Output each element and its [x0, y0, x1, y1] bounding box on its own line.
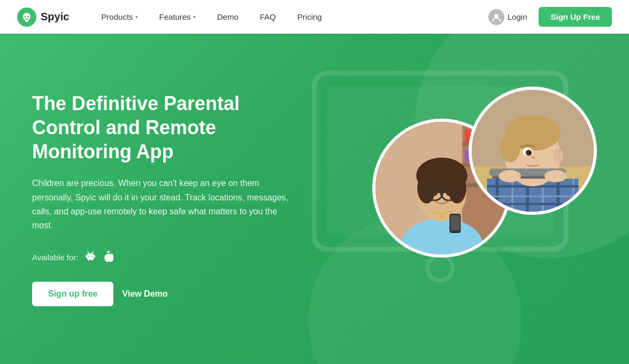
svg-line-9	[88, 252, 89, 253]
nav-features[interactable]: Features ▾	[149, 0, 206, 34]
svg-rect-14	[91, 259, 93, 261]
svg-point-39	[432, 189, 438, 196]
svg-point-7	[88, 256, 89, 257]
available-for: Available for:	[32, 250, 289, 265]
svg-point-32	[417, 173, 435, 203]
nav-links: Products ▾ Features ▾ Demo FAQ Pricing	[90, 0, 480, 34]
hero-signup-button[interactable]: Sign up free	[32, 282, 113, 306]
svg-point-1	[25, 16, 26, 17]
svg-point-43	[440, 215, 443, 219]
brand-name: Spyic	[41, 11, 69, 23]
nav-products[interactable]: Products ▾	[90, 0, 148, 34]
hero-title: The Definitive Parental Control and Remo…	[32, 91, 289, 164]
spyic-logo-icon	[17, 7, 36, 27]
nav-demo[interactable]: Demo	[206, 0, 249, 34]
nav-right: Login Sign Up Free	[481, 6, 612, 28]
svg-line-10	[92, 252, 93, 253]
svg-point-8	[91, 256, 93, 257]
nav-pricing[interactable]: Pricing	[287, 0, 333, 34]
chevron-down-icon: ▾	[135, 14, 138, 20]
navbar: Spyic Products ▾ Features ▾ Demo FAQ Pri…	[0, 0, 629, 34]
login-button[interactable]: Login	[481, 6, 535, 28]
svg-rect-12	[94, 255, 95, 258]
svg-rect-13	[88, 259, 89, 261]
signup-header-button[interactable]: Sign Up Free	[539, 7, 612, 27]
nav-faq[interactable]: FAQ	[249, 0, 287, 34]
svg-rect-42	[450, 215, 459, 231]
logo[interactable]: Spyic	[17, 7, 69, 27]
hero-images	[351, 76, 597, 322]
svg-point-40	[446, 189, 452, 196]
svg-point-62	[553, 148, 563, 164]
chevron-down-icon: ▾	[193, 14, 196, 20]
hero-demo-button[interactable]: View Demo	[122, 289, 167, 299]
svg-point-3	[494, 14, 498, 18]
apple-icon	[103, 250, 113, 265]
svg-point-2	[28, 16, 29, 17]
hero-section: The Definitive Parental Control and Remo…	[0, 34, 629, 364]
svg-point-65	[528, 151, 531, 154]
svg-point-61	[500, 134, 520, 162]
svg-point-33	[448, 173, 466, 203]
hero-buttons: Sign up free View Demo	[32, 282, 289, 306]
svg-rect-11	[86, 255, 87, 258]
svg-point-68	[498, 170, 521, 182]
user-avatar-icon	[488, 9, 504, 25]
hero-image-child	[469, 87, 597, 215]
svg-point-69	[544, 170, 567, 182]
android-icon	[85, 250, 96, 265]
hero-content: The Definitive Parental Control and Remo…	[32, 91, 289, 306]
hero-description: Children are precious. When you can't ke…	[32, 176, 289, 233]
